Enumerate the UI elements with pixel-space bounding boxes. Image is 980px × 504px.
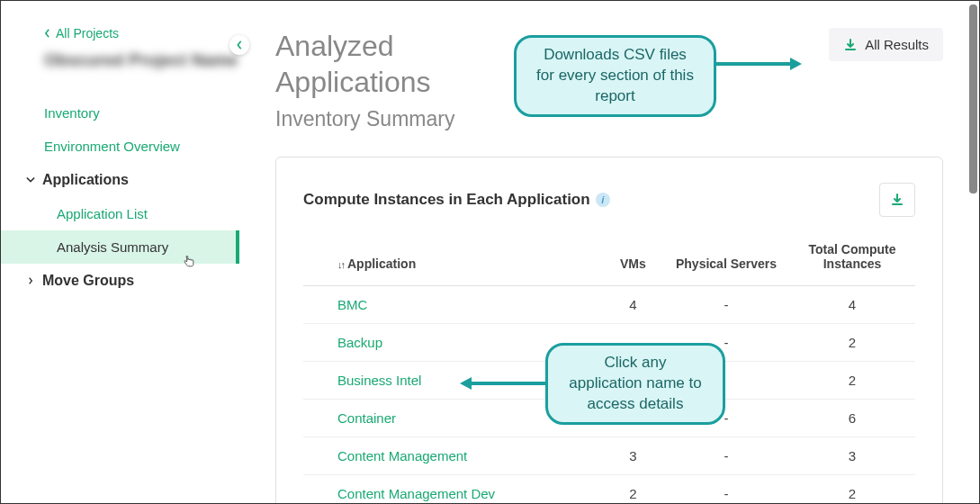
collapse-sidebar-button[interactable] [229, 35, 249, 55]
card-download-button[interactable] [879, 183, 915, 217]
app-link[interactable]: Content Management [303, 437, 603, 475]
nav-inventory[interactable]: Inventory [1, 96, 239, 130]
download-icon [890, 193, 904, 207]
back-label: All Projects [56, 26, 119, 40]
svg-marker-3 [460, 377, 472, 390]
table-header-row: ↓↑Application VMs Physical Servers Total… [303, 235, 915, 286]
app-link[interactable]: BMC [303, 286, 603, 324]
back-to-projects-link[interactable]: All Projects [1, 26, 239, 50]
page-subtitle: Inventory Summary [275, 107, 454, 131]
cell-physical: - [663, 475, 789, 504]
page-title: Analyzed Applications [275, 28, 454, 100]
section-label: Move Groups [42, 273, 134, 289]
arrow-icon [716, 55, 802, 73]
chevron-left-icon [44, 29, 50, 38]
sort-icon: ↓↑ [337, 259, 344, 270]
cell-vms: 3 [603, 437, 663, 475]
col-vms[interactable]: VMs [603, 235, 663, 286]
all-results-button[interactable]: All Results [829, 28, 943, 61]
nav-analysis-summary[interactable]: Analysis Summary [1, 230, 239, 264]
col-physical[interactable]: Physical Servers [663, 235, 789, 286]
download-icon [843, 38, 858, 52]
nav-section-applications[interactable]: Applications [1, 163, 239, 197]
chevron-right-icon [26, 277, 35, 284]
page-title-block: Analyzed Applications Inventory Summary [275, 28, 454, 131]
col-total[interactable]: Total Compute Instances [789, 235, 915, 286]
cell-vms: 4 [603, 286, 663, 324]
col-application[interactable]: ↓↑Application [303, 235, 603, 286]
cell-physical: - [663, 437, 789, 475]
table-row: Content Management Dev2-2 [303, 475, 915, 504]
cell-total: 4 [789, 286, 915, 324]
card-title: Compute Instances in Each Application i [303, 191, 610, 209]
table-row: BMC4-4 [303, 286, 915, 324]
arrow-icon [460, 374, 545, 392]
section-label: Applications [42, 172, 129, 188]
nav-environment-overview[interactable]: Environment Overview [1, 130, 239, 163]
chevron-down-icon [26, 176, 35, 184]
all-results-label: All Results [865, 37, 929, 52]
nav-application-list[interactable]: Application List [1, 197, 239, 230]
compute-instances-card: Compute Instances in Each Application i … [275, 157, 943, 503]
callout-click-app: Click any application name to access det… [545, 343, 725, 425]
table-row: Content Management3-3 [303, 437, 915, 475]
nav-label: Analysis Summary [57, 239, 168, 255]
nav-section-move-groups[interactable]: Move Groups [1, 264, 239, 298]
cell-total: 3 [789, 437, 915, 475]
svg-marker-1 [790, 58, 802, 70]
cell-total: 6 [789, 400, 915, 437]
cursor-hand-icon [182, 255, 196, 269]
cell-total: 2 [789, 362, 915, 400]
cell-vms: 2 [603, 475, 663, 504]
cell-physical: - [663, 286, 789, 324]
app-link[interactable]: Content Management Dev [303, 475, 603, 504]
chevron-left-icon [236, 40, 243, 50]
info-icon[interactable]: i [596, 193, 610, 207]
callout-download-csv: Downloads CSV files for every section of… [514, 35, 716, 117]
cell-total: 2 [789, 475, 915, 504]
sidebar: All Projects Obscured Project Name Inven… [1, 1, 239, 503]
cell-total: 2 [789, 324, 915, 362]
project-title: Obscured Project Name [1, 50, 239, 96]
